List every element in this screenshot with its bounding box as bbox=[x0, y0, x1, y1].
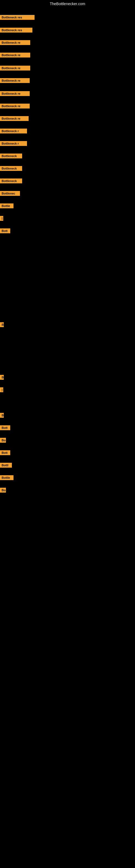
bottleneck-badge-27[interactable]: Bottle bbox=[0, 475, 13, 480]
bottleneck-badge-22[interactable]: B bbox=[0, 413, 4, 418]
bottleneck-badge-4[interactable]: Bottleneck re bbox=[0, 53, 30, 58]
bottleneck-badge-17[interactable]: | bbox=[0, 216, 3, 221]
site-title: TheBottlenecker.com bbox=[0, 0, 135, 8]
bottleneck-badge-25[interactable]: Bott bbox=[0, 450, 10, 455]
bottleneck-badge-5[interactable]: Bottleneck re bbox=[0, 66, 30, 70]
bottleneck-badge-7[interactable]: Bottleneck re bbox=[0, 91, 30, 96]
bottleneck-badge-19[interactable]: B bbox=[0, 322, 4, 327]
bottleneck-badge-26[interactable]: Bottl bbox=[0, 463, 12, 468]
bottleneck-badge-15[interactable]: Bottlenec bbox=[0, 191, 20, 196]
bottleneck-badge-3[interactable]: Bottleneck re bbox=[0, 40, 30, 45]
bottleneck-badge-11[interactable]: Bottleneck r bbox=[0, 141, 27, 146]
bottleneck-badge-14[interactable]: Bottleneck bbox=[0, 179, 22, 183]
bottleneck-badge-9[interactable]: Bottleneck re bbox=[0, 116, 29, 121]
bottleneck-badge-28[interactable]: Bo bbox=[0, 488, 6, 493]
bottleneck-badge-6[interactable]: Bottleneck re bbox=[0, 78, 30, 83]
bottleneck-badge-24[interactable]: Bo bbox=[0, 438, 6, 443]
bottleneck-badge-16[interactable]: Bottle bbox=[0, 204, 13, 208]
bottleneck-badge-1[interactable]: Bottleneck res bbox=[0, 15, 35, 20]
bottleneck-badge-13[interactable]: Bottleneck bbox=[0, 166, 22, 171]
bottleneck-badge-10[interactable]: Bottleneck r bbox=[0, 129, 27, 133]
bottleneck-badge-20[interactable]: B bbox=[0, 375, 4, 380]
bottleneck-badge-8[interactable]: Bottleneck re bbox=[0, 104, 30, 108]
bottleneck-badge-2[interactable]: Bottleneck res bbox=[0, 28, 32, 33]
bottleneck-badge-12[interactable]: Bottleneck bbox=[0, 154, 22, 158]
bottleneck-badge-21[interactable]: | bbox=[0, 388, 3, 392]
bottleneck-badge-18[interactable]: Bott bbox=[0, 228, 10, 233]
bottleneck-badge-23[interactable]: Bott bbox=[0, 425, 10, 430]
